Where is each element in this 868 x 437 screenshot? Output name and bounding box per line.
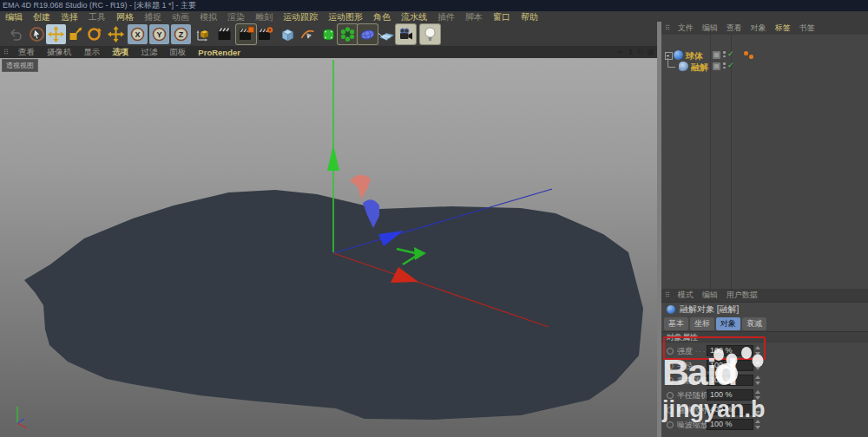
om-menu-view[interactable]: 查看 xyxy=(722,23,746,34)
om-menu-bookmarks[interactable]: 书签 xyxy=(795,23,819,34)
lock-x-icon[interactable]: X xyxy=(128,24,148,44)
add-camera-icon[interactable] xyxy=(396,24,416,44)
menu-edit[interactable]: 编辑 xyxy=(0,11,28,23)
toggle-view-icon[interactable]: ▣ xyxy=(647,46,654,58)
menu-snap[interactable]: 捕捉 xyxy=(139,11,167,23)
keyframe-dot-icon[interactable] xyxy=(667,377,674,384)
visibility-dots-icon[interactable] xyxy=(723,51,726,59)
scale-tool-icon[interactable] xyxy=(65,24,85,44)
stepper[interactable] xyxy=(754,389,761,401)
panel-grip-icon[interactable]: ⠿ xyxy=(661,291,674,299)
radius-input[interactable]: 100 cm xyxy=(707,360,753,371)
live-selection-icon[interactable] xyxy=(27,24,47,44)
vp-menu-view[interactable]: 查看 xyxy=(12,47,41,58)
menu-animate[interactable]: 动画 xyxy=(167,11,194,23)
menu-render[interactable]: 渲染 xyxy=(222,11,250,23)
render-view-icon[interactable] xyxy=(214,24,234,44)
melt-deformer-icon[interactable] xyxy=(679,62,688,71)
object-manager-tree[interactable]: 球体 ✓ 融解 ✓ xyxy=(661,35,868,289)
menu-script[interactable]: 脚本 xyxy=(460,11,488,23)
menu-pipeline[interactable]: 流水线 xyxy=(396,11,432,23)
noise-scale-input[interactable]: 100 % xyxy=(707,419,753,430)
strength-input[interactable]: 100 % xyxy=(707,345,753,356)
viewport-canvas[interactable] xyxy=(0,58,658,437)
am-menu-userdata[interactable]: 用户数据 xyxy=(722,290,762,301)
vp-menu-options[interactable]: 选项 xyxy=(106,47,135,58)
dots: . . . xyxy=(695,346,707,354)
layer-tag-icon[interactable] xyxy=(713,62,720,70)
vp-menu-prorender[interactable]: ProRender xyxy=(192,48,247,57)
object-row-sphere[interactable]: 球体 ✓ xyxy=(661,49,868,61)
add-light-icon[interactable] xyxy=(420,24,440,44)
menu-motion-tracker[interactable]: 运动跟踪 xyxy=(278,11,323,23)
keyframe-dot-icon[interactable] xyxy=(667,392,674,399)
lock-z-icon[interactable]: Z xyxy=(171,24,191,44)
am-menu-edit[interactable]: 编辑 xyxy=(698,290,722,301)
keyframe-dot-icon[interactable] xyxy=(667,348,674,355)
vp-menu-cameras[interactable]: 摄像机 xyxy=(41,47,78,58)
menu-character[interactable]: 角色 xyxy=(368,11,396,23)
coordinate-system-icon[interactable] xyxy=(193,24,213,44)
zoom-view-icon[interactable]: ⬍ xyxy=(627,46,634,58)
panel-grip-icon[interactable]: ⠿ xyxy=(661,24,674,32)
subdivision-surface-icon[interactable] xyxy=(319,24,339,44)
menu-help[interactable]: 帮助 xyxy=(516,11,543,23)
stepper[interactable] xyxy=(754,360,761,371)
enabled-check-icon[interactable]: ✓ xyxy=(727,49,734,58)
tab-falloff[interactable]: 衰减 xyxy=(742,317,766,330)
menu-mograph[interactable]: 运动图形 xyxy=(323,11,368,23)
view-label[interactable]: 透视视图 xyxy=(2,59,38,72)
enabled-check-icon[interactable]: ✓ xyxy=(727,61,734,69)
stepper[interactable] xyxy=(754,419,761,430)
tab-basic[interactable]: 基本 xyxy=(664,317,688,330)
keyframe-dot-icon[interactable] xyxy=(667,407,674,414)
om-menu-tags[interactable]: 标签 xyxy=(771,23,795,34)
am-menu-mode[interactable]: 模式 xyxy=(674,290,698,301)
visibility-dots-icon[interactable] xyxy=(723,62,726,70)
edit-render-settings-icon[interactable] xyxy=(255,24,275,44)
rotate-tool-icon[interactable] xyxy=(84,24,104,44)
object-name[interactable]: 融解 xyxy=(691,62,708,74)
lock-y-icon[interactable]: Y xyxy=(149,24,169,44)
menu-sculpt[interactable]: 雕刻 xyxy=(250,11,278,23)
layer-tag-icon[interactable] xyxy=(713,51,720,59)
vertical-random-input[interactable]: 100 % xyxy=(707,375,753,386)
menu-plugins[interactable]: 插件 xyxy=(432,11,460,23)
add-spline-icon[interactable] xyxy=(298,24,318,44)
add-cube-icon[interactable] xyxy=(278,24,298,44)
vp-menu-filter[interactable]: 过滤 xyxy=(135,47,163,58)
move-tool-icon[interactable] xyxy=(46,24,66,44)
keyframe-dot-icon[interactable] xyxy=(667,421,674,428)
panel-grip-icon[interactable]: ⠿ xyxy=(0,49,12,56)
add-environment-icon[interactable] xyxy=(377,24,397,44)
menu-create[interactable]: 创建 xyxy=(28,11,56,23)
phong-tag-icon[interactable] xyxy=(749,55,753,59)
vp-menu-display[interactable]: 显示 xyxy=(77,47,106,58)
melted-size-input[interactable]: 400 % xyxy=(707,404,753,415)
pan-view-icon[interactable]: ✛ xyxy=(617,46,624,58)
phong-tag-icon[interactable] xyxy=(744,51,748,55)
menu-simulate[interactable]: 模拟 xyxy=(194,11,222,23)
add-deformer-icon[interactable] xyxy=(358,24,378,44)
stepper[interactable] xyxy=(754,345,761,356)
stepper[interactable] xyxy=(754,404,761,415)
add-generator-icon[interactable] xyxy=(338,24,358,44)
orbit-view-icon[interactable]: ↻ xyxy=(637,46,644,58)
om-menu-objects[interactable]: 对象 xyxy=(746,23,771,34)
tab-coord[interactable]: 坐标 xyxy=(690,317,714,330)
menu-window[interactable]: 窗口 xyxy=(488,11,516,23)
undo-icon[interactable] xyxy=(5,24,25,44)
last-tool-move-icon[interactable] xyxy=(106,24,126,44)
render-picture-viewer-icon[interactable] xyxy=(236,24,256,44)
stepper[interactable] xyxy=(754,375,761,386)
menu-mesh[interactable]: 网格 xyxy=(111,11,139,23)
tab-object[interactable]: 对象 xyxy=(716,317,740,330)
radial-random-input[interactable]: 100 % xyxy=(707,389,753,401)
vp-menu-panel[interactable]: 面板 xyxy=(163,47,192,58)
om-menu-edit[interactable]: 编辑 xyxy=(698,23,722,34)
keyframe-dot-icon[interactable] xyxy=(667,362,674,369)
object-row-melt[interactable]: 融解 ✓ xyxy=(661,61,868,72)
menu-tools[interactable]: 工具 xyxy=(83,11,111,23)
menu-select[interactable]: 选择 xyxy=(56,11,83,23)
om-menu-file[interactable]: 文件 xyxy=(674,23,698,34)
